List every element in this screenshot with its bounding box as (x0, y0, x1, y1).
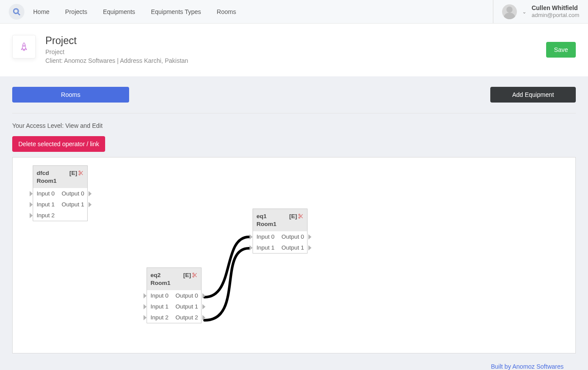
divider (12, 113, 576, 113)
user-text: Cullen Whitfield admin@portal.com (532, 4, 579, 18)
port-arrow-icon (144, 304, 147, 309)
connections (13, 158, 576, 353)
top-navigation: Home Projects Equipments Equipments Type… (0, 0, 588, 24)
user-email: admin@portal.com (532, 12, 579, 19)
svg-point-1 (79, 171, 80, 172)
output-port[interactable]: Output 2 (172, 312, 202, 323)
input-port[interactable]: Input 2 (33, 210, 58, 221)
port-arrow-icon (202, 315, 205, 320)
port-arrow-icon (144, 315, 147, 320)
input-port[interactable]: Input 0 (253, 231, 278, 242)
header-text-block: Project Project Client: Anomoz Softwares… (45, 35, 188, 64)
input-port[interactable]: Input 1 (253, 242, 278, 253)
port-arrow-icon (202, 304, 205, 309)
add-equipment-button[interactable]: Add Equipment (490, 87, 576, 103)
operator-eq2[interactable]: eq2Room1[E]Input 0Input 1Input 2Output 0… (147, 267, 202, 323)
port-arrow-icon (30, 202, 33, 207)
page-subtitle: Project (45, 48, 188, 55)
edit-link[interactable]: [E] (289, 212, 297, 220)
flowchart-canvas[interactable]: dfcdRoom1[E]Input 0Input 1Input 2Output … (12, 157, 576, 353)
page-client: Client: Anomoz Softwares | Address Karch… (45, 57, 188, 64)
search-icon (13, 8, 21, 16)
nav-link-projects[interactable]: Projects (65, 8, 87, 15)
input-port[interactable]: Input 1 (33, 199, 58, 210)
edit-link[interactable]: [E] (183, 271, 191, 279)
operator-header[interactable]: eq1Room1[E] (253, 209, 307, 231)
rocket-icon (19, 41, 29, 53)
operator-header[interactable]: dfcdRoom1[E] (33, 166, 87, 188)
operator-eq1[interactable]: eq1Room1[E]Input 0Input 1Output 0Output … (253, 209, 308, 254)
output-port[interactable]: Output 0 (278, 231, 308, 242)
port-arrow-icon (89, 191, 92, 196)
rooms-button[interactable]: Rooms (12, 87, 129, 103)
operator-name: dfcd (37, 170, 49, 176)
nav-link-rooms[interactable]: Rooms (217, 8, 236, 15)
access-level: Your Access Level: View and Edit (12, 122, 576, 129)
nav-link-home[interactable]: Home (33, 8, 49, 15)
delete-selected-button[interactable]: Delete selected operator / link (12, 136, 105, 152)
operator-name: eq2 (150, 272, 161, 278)
nav-link-equipments[interactable]: Equipments (103, 8, 135, 15)
port-arrow-icon (30, 213, 33, 218)
svg-point-10 (193, 276, 194, 277)
output-port[interactable]: Output 1 (58, 199, 88, 210)
operator-body: Input 0Input 1Input 2Output 0Output 1Out… (147, 290, 201, 323)
action-row: Rooms Add Equipment (12, 87, 576, 103)
footer-link[interactable]: Built by Anomoz Softwares (491, 363, 564, 370)
svg-point-2 (79, 174, 80, 175)
nav-link-equipments-types[interactable]: Equipments Types (151, 8, 201, 15)
search-button[interactable] (9, 4, 24, 20)
operator-name: eq1 (256, 213, 267, 219)
operator-room: Room1 (150, 279, 183, 287)
body-area: Rooms Add Equipment Your Access Level: V… (0, 76, 588, 370)
port-arrow-icon (202, 293, 205, 298)
port-arrow-icon (250, 245, 253, 250)
operator-header[interactable]: eq2Room1[E] (147, 268, 201, 290)
avatar (502, 4, 517, 19)
save-button[interactable]: Save (546, 42, 576, 58)
cut-icon[interactable] (78, 170, 84, 176)
port-arrow-icon (308, 234, 311, 240)
footer: Built by Anomoz Softwares (12, 353, 576, 370)
operator-dfcd[interactable]: dfcdRoom1[E]Input 0Input 1Input 2Output … (33, 165, 88, 221)
svg-point-0 (23, 45, 25, 47)
output-port[interactable]: Output 0 (58, 188, 88, 199)
operator-body: Input 0Input 1Output 0Output 1 (253, 231, 307, 253)
input-port[interactable]: Input 0 (33, 188, 58, 199)
nav-user-area[interactable]: ⌄ Cullen Whitfield admin@portal.com (493, 0, 579, 23)
port-arrow-icon (89, 202, 92, 207)
output-port[interactable]: Output 1 (172, 301, 202, 312)
output-port[interactable]: Output 0 (172, 290, 202, 301)
input-port[interactable]: Input 1 (147, 301, 172, 312)
page-title: Project (45, 35, 188, 47)
edit-link[interactable]: [E] (69, 169, 77, 177)
chevron-down-icon: ⌄ (522, 9, 526, 15)
page-header: Project Project Client: Anomoz Softwares… (0, 24, 588, 76)
project-icon-box (12, 35, 36, 58)
svg-point-5 (299, 214, 300, 216)
cut-icon[interactable] (298, 213, 304, 219)
svg-point-6 (299, 217, 300, 218)
cut-icon[interactable] (192, 272, 198, 278)
user-name: Cullen Whitfield (532, 4, 579, 12)
port-arrow-icon (250, 234, 253, 240)
port-arrow-icon (144, 293, 147, 298)
output-port[interactable]: Output 1 (278, 242, 308, 253)
operator-room: Room1 (256, 220, 289, 228)
svg-point-9 (193, 273, 194, 274)
operator-body: Input 0Input 1Input 2Output 0Output 1 (33, 188, 87, 221)
port-arrow-icon (308, 245, 311, 250)
input-port[interactable]: Input 2 (147, 312, 172, 323)
port-arrow-icon (30, 191, 33, 196)
nav-links: Home Projects Equipments Equipments Type… (33, 8, 236, 15)
input-port[interactable]: Input 0 (147, 290, 172, 301)
operator-room: Room1 (37, 177, 69, 185)
